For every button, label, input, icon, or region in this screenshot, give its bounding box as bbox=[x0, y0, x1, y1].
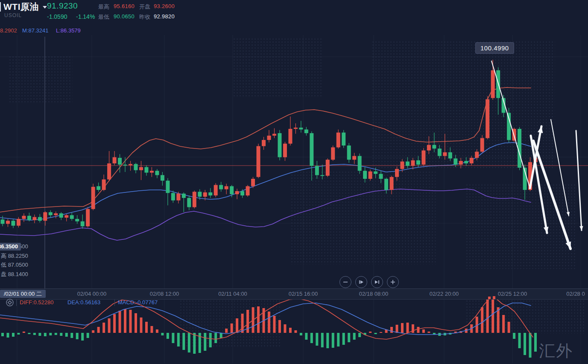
stat-value-open: 93.2600 bbox=[154, 3, 175, 9]
price-change-pct: -1.14% bbox=[76, 13, 95, 20]
boll-lower-value: L:86.3579 bbox=[56, 27, 81, 34]
symbol-name[interactable]: WTI原油 bbox=[3, 1, 39, 13]
dea-value: DEA:0.56163 bbox=[67, 299, 100, 306]
skip-end-icon bbox=[374, 280, 380, 285]
peak-price-tooltip: 100.4990 bbox=[475, 42, 514, 54]
candlestick-chart[interactable] bbox=[0, 0, 588, 364]
zoom-out-button[interactable] bbox=[339, 276, 351, 288]
stat-label-low: 最低 bbox=[98, 13, 109, 21]
minus-icon bbox=[343, 280, 348, 285]
boll-mid-value: M:87.3241 bbox=[22, 27, 48, 34]
time-label: 02/18 08:00 bbox=[359, 291, 389, 297]
stat-value-high: 95.6160 bbox=[114, 3, 135, 9]
macd-value: MACD:-0.07767 bbox=[118, 299, 158, 306]
time-axis[interactable]: /02/01 00:00 二 02/04 00:0002/08 12:0002/… bbox=[0, 288, 588, 300]
gear-icon[interactable] bbox=[6, 298, 14, 308]
time-label: 02/15 16:00 bbox=[289, 291, 318, 297]
last-price: 91.9230 bbox=[47, 1, 78, 11]
skip-end-button[interactable] bbox=[371, 276, 383, 288]
watermark: 汇外网 bbox=[539, 340, 588, 364]
stat-value-low: 90.0650 bbox=[114, 13, 135, 20]
skip-start-button[interactable] bbox=[355, 276, 367, 288]
plus-icon bbox=[390, 280, 395, 285]
tooltip-close: 盘 88.1400 bbox=[1, 270, 28, 279]
axis-price-tag: 86.3500 bbox=[0, 243, 21, 250]
crosshair-time-label: /02/01 00:00 二 bbox=[0, 290, 46, 298]
tooltip-low: 低 87.0500 bbox=[1, 260, 28, 270]
edge-tick bbox=[0, 2, 1, 12]
trading-app: /02/01 00:00 二 02/04 00:0002/08 12:0002/… bbox=[0, 0, 588, 364]
stat-value-prevclose: 92.9820 bbox=[154, 13, 175, 20]
time-label: 02/08 12:00 bbox=[150, 291, 179, 297]
time-label: 02/25 12:00 bbox=[498, 291, 527, 297]
tooltip-high: 高 88.2250 bbox=[1, 251, 28, 261]
price-change: -1.0590 bbox=[47, 13, 67, 20]
symbol-code: USOIL bbox=[4, 12, 22, 18]
skip-start-icon bbox=[359, 280, 364, 285]
macd-bar-overflow bbox=[488, 297, 491, 299]
macd-bar-overflow bbox=[493, 296, 495, 299]
stat-label-high: 最高 bbox=[98, 3, 109, 11]
time-label: 02/11 04:00 bbox=[218, 291, 247, 297]
time-label: 02/22 20:00 bbox=[430, 291, 459, 297]
chart-nav-controls bbox=[339, 276, 399, 288]
diff-value: DIFF:0.52280 bbox=[20, 299, 54, 306]
stat-label-prevclose: 昨收 bbox=[139, 13, 150, 21]
time-label: 02/28 0 bbox=[566, 291, 585, 297]
stat-label-open: 开盘 bbox=[139, 3, 150, 11]
chevron-down-icon[interactable] bbox=[43, 6, 47, 9]
zoom-in-button[interactable] bbox=[387, 276, 399, 288]
time-label: 02/04 00:00 bbox=[77, 291, 107, 297]
boll-upper-value: 8.2902 bbox=[0, 27, 17, 34]
